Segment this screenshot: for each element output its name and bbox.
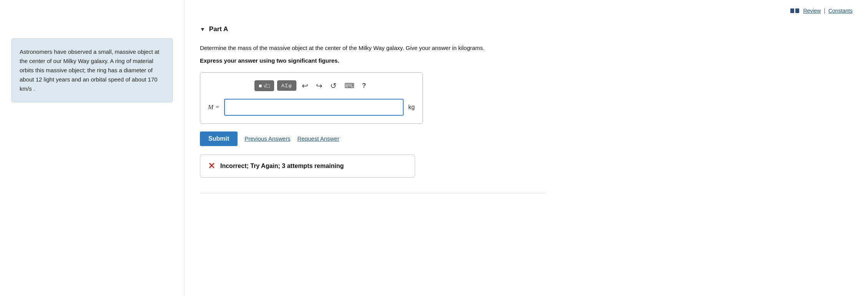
bottom-divider bbox=[200, 193, 546, 193]
problem-text-box: Astronomers have observed a small, massi… bbox=[12, 38, 173, 102]
math-template-icon: ■ bbox=[259, 83, 262, 89]
question-text: Determine the mass of the massive object… bbox=[200, 44, 546, 53]
collapse-arrow[interactable]: ▼ bbox=[200, 26, 205, 32]
feedback-box: ✕ Incorrect; Try Again; 3 attempts remai… bbox=[200, 155, 415, 178]
part-title: Part A bbox=[209, 25, 228, 33]
math-template-button[interactable]: ■ √□ bbox=[254, 80, 274, 91]
sidebar: Astronomers have observed a small, massi… bbox=[0, 0, 185, 296]
top-links-bar: Review | Constants bbox=[200, 4, 853, 22]
answer-container: ■ √□ ΑΣφ ↩ ↪ ↺ ⌨ ? M = kg bbox=[200, 72, 423, 124]
keyboard-button[interactable]: ⌨ bbox=[342, 80, 357, 91]
previous-answers-link[interactable]: Previous Answers bbox=[244, 135, 290, 142]
review-link[interactable]: Review bbox=[803, 8, 821, 14]
math-toolbar: ■ √□ ΑΣφ ↩ ↪ ↺ ⌨ ? bbox=[208, 80, 415, 92]
submit-button[interactable]: Submit bbox=[200, 131, 238, 146]
reset-button[interactable]: ↺ bbox=[328, 80, 339, 92]
problem-text: Astronomers have observed a small, massi… bbox=[20, 48, 160, 92]
redo-button[interactable]: ↪ bbox=[314, 80, 325, 92]
links-separator: | bbox=[824, 8, 825, 14]
action-row: Submit Previous Answers Request Answer bbox=[200, 131, 853, 146]
review-icon bbox=[790, 8, 799, 13]
answer-input[interactable] bbox=[224, 99, 404, 116]
part-a-header: ▼ Part A bbox=[200, 22, 853, 33]
unit-label: kg bbox=[408, 104, 415, 111]
greek-symbols-button[interactable]: ΑΣφ bbox=[277, 80, 296, 91]
answer-input-row: M = kg bbox=[208, 99, 415, 116]
main-content: Review | Constants ▼ Part A Determine th… bbox=[185, 0, 868, 296]
constants-link[interactable]: Constants bbox=[828, 8, 853, 14]
help-button[interactable]: ? bbox=[360, 80, 368, 91]
math-template-label: √□ bbox=[263, 83, 269, 89]
feedback-text: Incorrect; Try Again; 3 attempts remaini… bbox=[220, 163, 344, 170]
instruction-text: Express your answer using two significan… bbox=[200, 57, 853, 64]
undo-button[interactable]: ↩ bbox=[299, 80, 311, 92]
incorrect-icon: ✕ bbox=[208, 161, 215, 171]
request-answer-link[interactable]: Request Answer bbox=[297, 135, 339, 142]
variable-label: M = bbox=[208, 103, 219, 111]
